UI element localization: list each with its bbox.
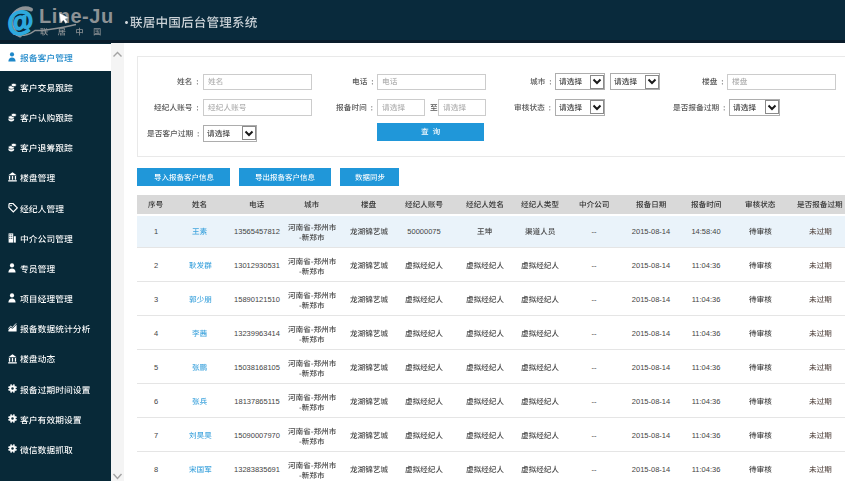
svg-text:@: @ (5, 4, 36, 38)
